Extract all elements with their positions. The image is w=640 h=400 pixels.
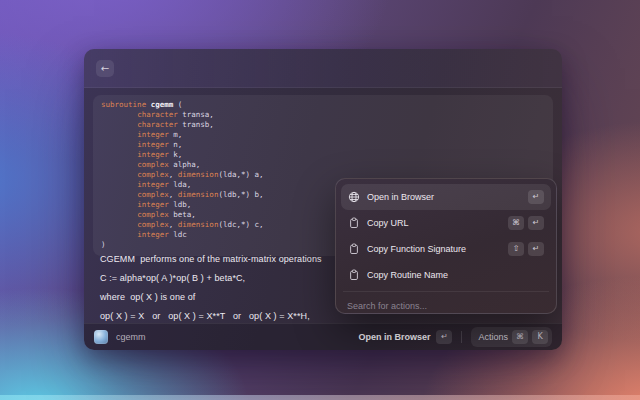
clipboard-icon [348,269,360,281]
keycap: ↵ [528,242,544,256]
actions-list: Open in Browser↵Copy URL⌘↵Copy Function … [341,184,551,288]
code-line: integer n, [101,140,545,150]
code-line: complex alpha, [101,160,545,170]
primary-action-label: Open in Browser [358,332,430,342]
action-item[interactable]: Copy Function Signature⇧↵ [341,236,551,262]
result-title: cgemm [116,332,358,342]
actions-button-label: Actions [478,332,508,342]
code-line: character transb, [101,120,545,130]
code-line: integer k, [101,150,545,160]
background-glow-strip [0,395,640,400]
action-label: Copy Routine Name [367,270,537,280]
code-line: subroutine cgemm ( [101,100,545,110]
actions-search-input[interactable] [347,301,545,311]
primary-action-button[interactable]: Open in Browser ↵ [358,330,452,344]
keycap: ⌘ [512,330,528,344]
code-line: character transa, [101,110,545,120]
return-key-icon: ↵ [436,330,452,344]
result-app-icon [94,330,108,344]
keycap: ↵ [528,216,544,230]
keycap: ⌘ [508,216,524,230]
globe-icon [348,191,360,203]
action-shortcut-keys: ⇧↵ [508,242,544,256]
back-button[interactable]: ← [96,60,114,77]
raycast-window: ← subroutine cgemm ( character transa, c… [84,49,562,350]
action-item[interactable]: Copy Routine Name [341,262,551,288]
action-item[interactable]: Copy URL⌘↵ [341,210,551,236]
back-arrow-icon: ← [101,63,109,74]
action-shortcut-keys: ↵ [528,190,544,204]
divider [461,331,462,343]
divider [343,291,549,292]
actions-search [341,295,551,317]
actions-button-keys: ⌘K [512,330,548,344]
action-item[interactable]: Open in Browser↵ [341,184,551,210]
footer-bar: cgemm Open in Browser ↵ Actions ⌘K [84,323,562,350]
action-label: Copy Function Signature [367,244,501,254]
actions-button[interactable]: Actions ⌘K [471,327,552,347]
action-label: Open in Browser [367,192,521,202]
action-shortcut-keys: ⌘↵ [508,216,544,230]
desktop-background: ← subroutine cgemm ( character transa, c… [0,0,640,400]
action-label: Copy URL [367,218,501,228]
keycap: K [532,330,548,344]
clipboard-icon [348,217,360,229]
keycap: ⇧ [508,242,524,256]
code-line: integer m, [101,130,545,140]
actions-popup: Open in Browser↵Copy URL⌘↵Copy Function … [335,178,557,314]
window-header: ← [84,49,562,88]
keycap: ↵ [528,190,544,204]
clipboard-icon [348,243,360,255]
